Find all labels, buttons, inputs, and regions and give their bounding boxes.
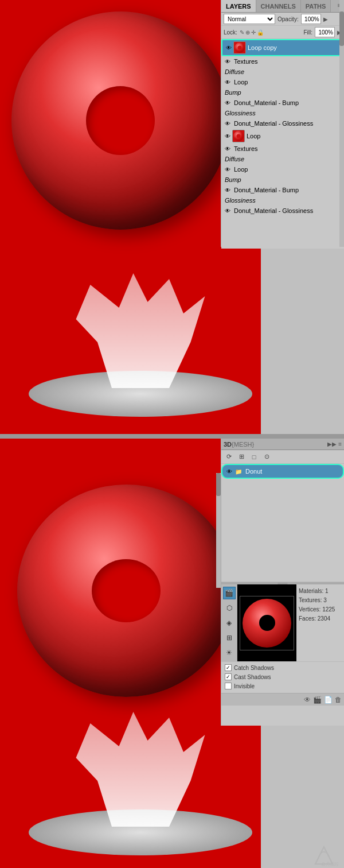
- eye-icon-loop-child-2[interactable]: 👁: [223, 165, 232, 174]
- eye-icon-loop-copy[interactable]: 👁: [224, 43, 233, 52]
- layer-loop-child-2[interactable]: 👁 Loop: [221, 164, 344, 175]
- mesh-bottom-icon-eye[interactable]: 👁: [304, 696, 311, 704]
- layer-thumb-loop-group: [232, 130, 245, 142]
- layer-name-donut-bump-1: Donut_Material - Bump: [232, 99, 299, 106]
- mesh-panel-title: 3D: [224, 441, 232, 448]
- mesh-tool-light[interactable]: ⊙: [261, 452, 272, 462]
- layer-glossiness-1: Glossiness: [221, 108, 344, 118]
- mesh-eye-donut[interactable]: 👁: [225, 467, 234, 476]
- blend-mode-select[interactable]: Normal Multiply Screen: [224, 14, 275, 24]
- layer-loop-child-1[interactable]: 👁 Loop: [221, 77, 344, 87]
- mesh-bottom-icon-new[interactable]: 📄: [324, 696, 333, 704]
- layer-loop-group[interactable]: 👁 Loop: [221, 129, 344, 144]
- layer-textures-2[interactable]: 👁 Textures: [221, 144, 344, 154]
- mesh-stat-vertices: Vertices: 1225: [299, 605, 342, 614]
- mesh-lower-section: ═══ 🎬 ⬡ ◈ ⊞ ☀ M: [221, 582, 344, 706]
- donut-shape-bottom: [17, 485, 235, 697]
- mesh-bottom-icon-delete[interactable]: 🗑: [335, 696, 342, 704]
- milk-splash-bottom: [69, 712, 212, 827]
- layer-glossiness-2: Glossiness: [221, 195, 344, 206]
- milk-splash-top: [69, 273, 212, 388]
- mesh-tool-rotate[interactable]: ⟳: [224, 452, 234, 462]
- bottom-section: 3D {MESH} ▶▶ ≡ ⟳ ⊞ □ ⊙ 👁 📁 Donut: [0, 439, 344, 868]
- donut-shape-top: [11, 11, 229, 230]
- top-section: LAYERS CHANNELS PATHS ≡ Normal Multiply …: [0, 0, 344, 434]
- mesh-stat-textures: Textures: 3: [299, 596, 342, 605]
- layer-name-loop-group: Loop: [245, 133, 260, 140]
- mesh-preview-row: 🎬 ⬡ ◈ ⊞ ☀ Materials: 1 Textures: 3 Ver: [221, 584, 344, 661]
- mesh-tool-frame[interactable]: □: [249, 452, 259, 462]
- mesh-panel-header: 3D {MESH} ▶▶ ≡: [221, 439, 344, 450]
- eye-icon-textures-1[interactable]: 👁: [223, 57, 232, 66]
- lock-row: Lock: ✎ ⊕ ✛ 🔒 Fill: ▶: [221, 26, 344, 39]
- mesh-preview-image: [240, 596, 294, 650]
- checkbox-invisible[interactable]: [225, 683, 232, 689]
- mesh-tools-column: 🎬 ⬡ ◈ ⊞ ☀: [221, 584, 237, 661]
- checkbox-invisible-row: Invisible: [225, 683, 274, 689]
- eye-icon-loop-group[interactable]: 👁: [223, 131, 232, 141]
- tab-paths[interactable]: PATHS: [301, 0, 331, 12]
- label-catch-shadows: Catch Shadows: [234, 665, 274, 671]
- mesh-item-name: Donut: [243, 468, 262, 475]
- mesh-side-icon-material[interactable]: ◈: [223, 617, 236, 629]
- layer-thumb-loop-copy: [233, 41, 246, 54]
- mesh-side-icon-mesh[interactable]: ⬡: [223, 602, 236, 614]
- lock-all-icon[interactable]: 🔒: [257, 29, 264, 36]
- eye-icon-textures-2[interactable]: 👁: [223, 144, 232, 153]
- mesh-tool-grid[interactable]: ⊞: [236, 452, 247, 462]
- checkbox-cast-shadows-row: ✓ Cast Shadows: [225, 673, 274, 680]
- chain-icon: ▶: [323, 16, 328, 22]
- mesh-bottom-icon-scene[interactable]: 🎬: [313, 696, 322, 704]
- layer-textures-1[interactable]: 👁 Textures: [221, 56, 344, 67]
- mesh-side-icon-light[interactable]: ☀: [223, 646, 236, 659]
- scrollbar-thumb[interactable]: [339, 11, 344, 46]
- donut-image-top: [11, 11, 241, 241]
- eye-icon-donut-gloss-2[interactable]: 👁: [223, 206, 232, 215]
- mesh-menu-icon[interactable]: ≡: [338, 441, 342, 447]
- mesh-side-icon-texture[interactable]: ⊞: [223, 631, 236, 644]
- layer-loop-copy[interactable]: 👁 Loop copy: [221, 39, 344, 56]
- panel-tabs: LAYERS CHANNELS PATHS ≡: [221, 0, 344, 13]
- layer-name-loop-copy: Loop copy: [246, 44, 277, 51]
- checkbox-catch-shadows[interactable]: ✓: [225, 664, 232, 671]
- tab-layers[interactable]: LAYERS: [221, 0, 256, 12]
- lock-position-icon[interactable]: ✎: [240, 29, 244, 36]
- label-diffuse-1: Diffuse: [223, 68, 244, 75]
- layers-panel: LAYERS CHANNELS PATHS ≡ Normal Multiply …: [221, 0, 344, 247]
- layer-donut-gloss-2[interactable]: 👁 Donut_Material - Glossiness: [221, 206, 344, 216]
- layer-name-donut-gloss-1: Donut_Material - Glossiness: [232, 120, 313, 127]
- label-cast-shadows: Cast Shadows: [234, 674, 271, 680]
- eye-icon-donut-gloss-1[interactable]: 👁: [223, 119, 232, 128]
- layer-donut-bump-2[interactable]: 👁 Donut_Material - Bump: [221, 185, 344, 195]
- layer-name-textures-2: Textures: [232, 145, 258, 152]
- layer-diffuse-1: Diffuse: [221, 67, 344, 77]
- mesh-scrollbar[interactable]: [216, 473, 221, 588]
- opacity-input[interactable]: [301, 14, 321, 24]
- layer-donut-gloss-1[interactable]: 👁 Donut_Material - Glossiness: [221, 118, 344, 129]
- checkbox-cast-shadows[interactable]: ✓: [225, 673, 232, 680]
- mesh-bottom-toolbar: 👁 🎬 📄 🗑: [221, 693, 344, 706]
- lock-pixel-icon[interactable]: ⊕: [245, 29, 250, 36]
- layers-list: 👁 Loop copy 👁 Textures Diffuse 👁 Loop: [221, 39, 344, 249]
- label-diffuse-2: Diffuse: [223, 156, 244, 162]
- fill-input[interactable]: [315, 27, 335, 37]
- fill-label: Fill:: [303, 29, 312, 36]
- layer-bump-1: Bump: [221, 87, 344, 98]
- mesh-side-icon-scene[interactable]: 🎬: [223, 587, 236, 599]
- mesh-scrollbar-thumb[interactable]: [216, 473, 221, 496]
- eye-icon-loop-child-1[interactable]: 👁: [223, 78, 232, 87]
- mesh-stat-materials: Materials: 1: [299, 587, 342, 596]
- layer-donut-bump-1[interactable]: 👁 Donut_Material - Bump: [221, 98, 344, 108]
- watermark: 名月图坛: [310, 844, 338, 867]
- label-glossiness-1: Glossiness: [223, 110, 256, 117]
- lock-move-icon[interactable]: ✛: [251, 29, 256, 36]
- mesh-preview-area: [237, 584, 296, 661]
- mesh-expand-icon[interactable]: ▶▶: [327, 441, 337, 447]
- tab-channels[interactable]: CHANNELS: [256, 0, 301, 12]
- layers-scrollbar[interactable]: [339, 0, 344, 247]
- layer-name-donut-gloss-2: Donut_Material - Glossiness: [232, 207, 313, 214]
- eye-icon-donut-bump-2[interactable]: 👁: [223, 185, 232, 195]
- eye-icon-donut-bump-1[interactable]: 👁: [223, 98, 232, 107]
- section-separator: [0, 434, 344, 439]
- mesh-item-donut[interactable]: 👁 📁 Donut: [221, 464, 344, 479]
